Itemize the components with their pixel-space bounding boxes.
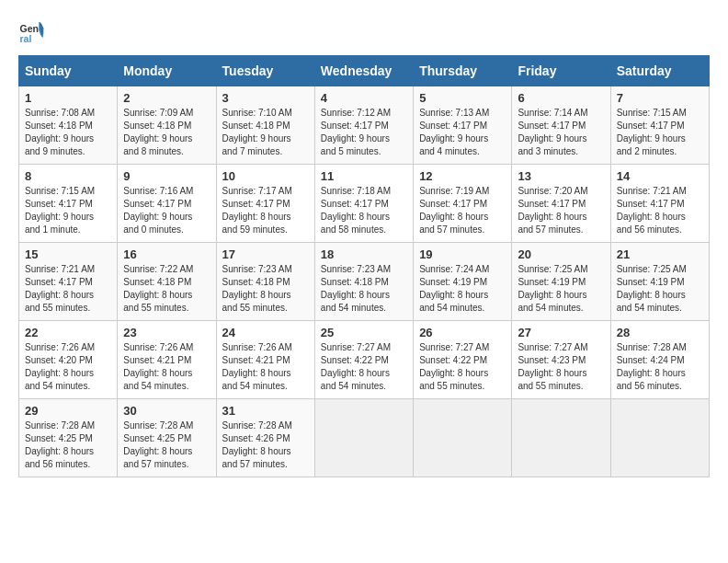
day-info: Sunrise: 7:08 AMSunset: 4:18 PMDaylight:… [25,107,111,158]
day-number: 14 [617,169,703,183]
calendar-cell: 4Sunrise: 7:12 AMSunset: 4:17 PMDaylight… [314,86,413,165]
day-info: Sunrise: 7:18 AMSunset: 4:17 PMDaylight:… [321,185,407,236]
day-info: Sunrise: 7:13 AMSunset: 4:17 PMDaylight:… [419,107,506,158]
weekday-header-sunday: Sunday [19,56,118,86]
calendar-cell: 31Sunrise: 7:28 AMSunset: 4:26 PMDayligh… [216,399,314,477]
day-info: Sunrise: 7:25 AMSunset: 4:19 PMDaylight:… [617,263,703,315]
day-info: Sunrise: 7:27 AMSunset: 4:22 PMDaylight:… [419,341,506,393]
calendar-cell: 18Sunrise: 7:23 AMSunset: 4:18 PMDayligh… [314,243,413,321]
calendar-cell: 17Sunrise: 7:23 AMSunset: 4:18 PMDayligh… [216,243,314,321]
day-info: Sunrise: 7:17 AMSunset: 4:17 PMDaylight:… [222,185,309,236]
day-number: 12 [419,169,506,183]
day-number: 6 [518,91,604,105]
weekday-header-thursday: Thursday [414,56,512,86]
day-number: 27 [518,326,604,339]
calendar-cell: 6Sunrise: 7:14 AMSunset: 4:17 PMDaylight… [512,86,610,165]
calendar-cell: 7Sunrise: 7:15 AMSunset: 4:17 PMDaylight… [610,86,709,165]
calendar-cell: 25Sunrise: 7:27 AMSunset: 4:22 PMDayligh… [314,321,413,399]
day-info: Sunrise: 7:21 AMSunset: 4:17 PMDaylight:… [25,263,111,315]
calendar-cell [610,399,709,477]
day-number: 16 [123,247,210,261]
weekday-header-wednesday: Wednesday [314,56,413,86]
day-number: 20 [518,247,604,261]
weekday-header-monday: Monday [118,56,216,86]
calendar-cell: 22Sunrise: 7:26 AMSunset: 4:20 PMDayligh… [19,321,118,399]
calendar-cell: 13Sunrise: 7:20 AMSunset: 4:17 PMDayligh… [512,165,610,243]
calendar-cell: 30Sunrise: 7:28 AMSunset: 4:25 PMDayligh… [118,399,216,477]
day-number: 15 [25,247,111,261]
calendar-cell: 1Sunrise: 7:08 AMSunset: 4:18 PMDaylight… [19,86,118,165]
svg-text:ral: ral [20,33,32,44]
calendar-cell [314,399,413,477]
day-info: Sunrise: 7:23 AMSunset: 4:18 PMDaylight:… [321,263,407,315]
week-row-5: 29Sunrise: 7:28 AMSunset: 4:25 PMDayligh… [19,399,710,477]
day-number: 2 [123,91,210,105]
calendar-cell: 3Sunrise: 7:10 AMSunset: 4:18 PMDaylight… [216,86,314,165]
day-info: Sunrise: 7:10 AMSunset: 4:18 PMDaylight:… [222,107,309,158]
day-number: 19 [419,247,506,261]
day-info: Sunrise: 7:19 AMSunset: 4:17 PMDaylight:… [419,185,506,236]
calendar-cell [414,399,512,477]
weekday-header-tuesday: Tuesday [216,56,314,86]
day-number: 31 [222,404,309,418]
calendar-cell: 27Sunrise: 7:27 AMSunset: 4:23 PMDayligh… [512,321,610,399]
day-number: 26 [419,326,506,339]
day-info: Sunrise: 7:15 AMSunset: 4:17 PMDaylight:… [25,185,111,236]
day-info: Sunrise: 7:20 AMSunset: 4:17 PMDaylight:… [518,185,604,236]
calendar-cell: 15Sunrise: 7:21 AMSunset: 4:17 PMDayligh… [19,243,118,321]
calendar-cell: 11Sunrise: 7:18 AMSunset: 4:17 PMDayligh… [314,165,413,243]
day-info: Sunrise: 7:26 AMSunset: 4:20 PMDaylight:… [25,341,111,393]
day-number: 8 [25,169,111,183]
day-number: 24 [222,326,309,339]
day-info: Sunrise: 7:28 AMSunset: 4:25 PMDaylight:… [25,419,111,471]
week-row-3: 15Sunrise: 7:21 AMSunset: 4:17 PMDayligh… [19,243,710,321]
day-number: 25 [321,326,407,339]
logo: Gene ral [18,18,50,46]
weekday-header-row: SundayMondayTuesdayWednesdayThursdayFrid… [19,56,710,86]
day-number: 29 [25,404,111,418]
day-info: Sunrise: 7:26 AMSunset: 4:21 PMDaylight:… [222,341,309,393]
calendar-cell: 5Sunrise: 7:13 AMSunset: 4:17 PMDaylight… [414,86,512,165]
day-number: 7 [617,91,703,105]
calendar-cell: 21Sunrise: 7:25 AMSunset: 4:19 PMDayligh… [610,243,709,321]
day-number: 17 [222,247,309,261]
week-row-4: 22Sunrise: 7:26 AMSunset: 4:20 PMDayligh… [19,321,710,399]
day-info: Sunrise: 7:27 AMSunset: 4:23 PMDaylight:… [518,341,604,393]
week-row-1: 1Sunrise: 7:08 AMSunset: 4:18 PMDaylight… [19,86,710,165]
day-info: Sunrise: 7:15 AMSunset: 4:17 PMDaylight:… [617,107,703,158]
day-info: Sunrise: 7:21 AMSunset: 4:17 PMDaylight:… [617,185,703,236]
weekday-header-friday: Friday [512,56,610,86]
day-number: 1 [25,91,111,105]
calendar-cell: 14Sunrise: 7:21 AMSunset: 4:17 PMDayligh… [610,165,709,243]
day-info: Sunrise: 7:28 AMSunset: 4:25 PMDaylight:… [123,419,210,471]
day-number: 9 [123,169,210,183]
day-number: 22 [25,326,111,339]
day-info: Sunrise: 7:24 AMSunset: 4:19 PMDaylight:… [419,263,506,315]
calendar-cell: 8Sunrise: 7:15 AMSunset: 4:17 PMDaylight… [19,165,118,243]
calendar-cell: 10Sunrise: 7:17 AMSunset: 4:17 PMDayligh… [216,165,314,243]
day-number: 11 [321,169,407,183]
day-number: 13 [518,169,604,183]
day-info: Sunrise: 7:12 AMSunset: 4:17 PMDaylight:… [321,107,407,158]
day-number: 18 [321,247,407,261]
day-number: 4 [321,91,407,105]
calendar-cell: 2Sunrise: 7:09 AMSunset: 4:18 PMDaylight… [118,86,216,165]
calendar-cell: 20Sunrise: 7:25 AMSunset: 4:19 PMDayligh… [512,243,610,321]
day-number: 3 [222,91,309,105]
day-info: Sunrise: 7:14 AMSunset: 4:17 PMDaylight:… [518,107,604,158]
header: Gene ral [18,18,710,46]
day-info: Sunrise: 7:09 AMSunset: 4:18 PMDaylight:… [123,107,210,158]
calendar-table: SundayMondayTuesdayWednesdayThursdayFrid… [18,55,710,477]
day-info: Sunrise: 7:25 AMSunset: 4:19 PMDaylight:… [518,263,604,315]
day-info: Sunrise: 7:28 AMSunset: 4:26 PMDaylight:… [222,419,309,471]
day-number: 5 [419,91,506,105]
calendar-cell: 23Sunrise: 7:26 AMSunset: 4:21 PMDayligh… [118,321,216,399]
day-number: 10 [222,169,309,183]
day-number: 21 [617,247,703,261]
calendar-cell: 16Sunrise: 7:22 AMSunset: 4:18 PMDayligh… [118,243,216,321]
calendar-cell: 9Sunrise: 7:16 AMSunset: 4:17 PMDaylight… [118,165,216,243]
day-info: Sunrise: 7:16 AMSunset: 4:17 PMDaylight:… [123,185,210,236]
day-number: 28 [617,326,703,339]
day-number: 23 [123,326,210,339]
day-info: Sunrise: 7:28 AMSunset: 4:24 PMDaylight:… [617,341,703,393]
